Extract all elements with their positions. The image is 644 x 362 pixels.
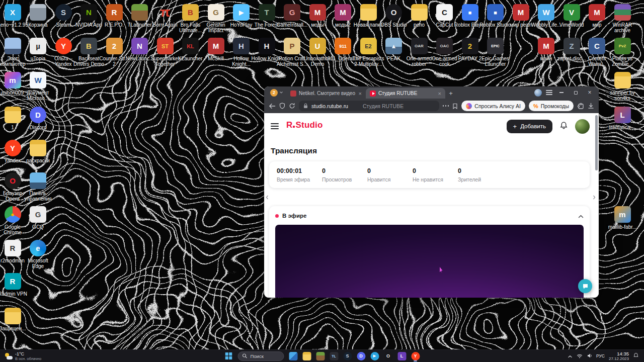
windows-logo-icon [225, 352, 232, 359]
tab-close-icon[interactable]: × [438, 90, 441, 97]
new-tab-button[interactable]: + [445, 88, 456, 99]
logo-studio: Studio [295, 120, 323, 130]
channel-avatar[interactable] [575, 119, 590, 134]
volume-icon[interactable] [587, 351, 592, 360]
refresh-icon[interactable] [289, 103, 295, 109]
desktop-icon-label: раскраски [22, 158, 55, 163]
taskbar-app-steam[interactable]: S [342, 350, 353, 361]
taskbar-app-widgets[interactable] [288, 350, 299, 361]
desktop-icon-image: 2 [106, 38, 123, 54]
desktop-icon-image: π [157, 4, 174, 21]
hidden-icons-chevron-icon[interactable] [568, 351, 573, 360]
window-close-button[interactable]: × [585, 87, 595, 98]
taskbar-app-file-explorer[interactable] [301, 350, 312, 361]
desktop-icon-image [131, 4, 148, 21]
browser-window: 2 Netikel. Смотрите видео × Студия RUTUB… [264, 86, 599, 298]
desktop-icon-image: ● [5, 206, 21, 223]
taskbar-app-obs[interactable]: O [383, 350, 394, 361]
desktop-icon[interactable]: PvZ Plants vs Zombie... [606, 38, 639, 67]
desktop-icon[interactable]: D Discord [22, 107, 55, 130]
desktop-icon[interactable]: Защищен... [0, 308, 29, 331]
desktop-icon[interactable]: WinRAR archive [606, 4, 639, 33]
taskbar-app-telegram[interactable]: ▶ [369, 350, 380, 361]
page-scrollbar[interactable] [595, 115, 598, 296]
start-button[interactable] [223, 350, 234, 361]
desktop-icon-image: N [80, 4, 97, 21]
desktop-icon[interactable]: Панель управления [22, 172, 55, 202]
browser-tab-rutube-studio[interactable]: Студия RUTUBE × [366, 88, 445, 99]
url-text: studio.rutube.ru [311, 103, 348, 109]
bookmark-flag-icon[interactable] [452, 103, 458, 109]
stats-scroll-left-icon[interactable] [266, 193, 269, 202]
weather-icon [5, 353, 13, 359]
browser-tab-netikel[interactable]: Netikel. Смотрите видео × [286, 88, 366, 99]
scrollbar-thumb[interactable] [595, 115, 598, 170]
desktop-icon[interactable]: R Radmin VPN [0, 273, 29, 297]
desktop-icon-image: 911 [335, 38, 351, 54]
url-bar[interactable]: studio.rutube.ru Студия RUTUBE [299, 101, 439, 111]
protect-shield-icon[interactable] [279, 103, 285, 109]
promo-codes-button[interactable]: % Промокоды [529, 101, 574, 111]
browser-menu-icon[interactable] [546, 90, 552, 95]
add-button[interactable]: + Добавить [507, 120, 552, 133]
rutube-favicon [370, 90, 376, 97]
desktop-icon[interactable]: G GCQ [22, 206, 55, 230]
taskbar-clock[interactable]: 14:35 27.12.2023 [609, 351, 629, 361]
tab-title: Netikel. Смотрите видео [299, 90, 356, 96]
desktop-icon-label: Plants vs Zombie... [606, 56, 639, 67]
extensions-puzzle-icon[interactable] [577, 103, 584, 110]
taskbar-app-minecraft[interactable] [315, 350, 326, 361]
wifi-icon[interactable] [577, 351, 583, 360]
stat-value: 0 [458, 167, 503, 174]
add-button-label: Добавить [520, 123, 546, 129]
taskbar-app-lunar-client[interactable]: L [396, 350, 408, 361]
window-minimize-button[interactable] [556, 87, 567, 98]
desktop-icon-image: М [335, 4, 351, 21]
desktop-icon-image: U [309, 38, 326, 54]
stat-label: Время эфира [277, 176, 322, 183]
stat-label: Нравится [367, 176, 413, 183]
desktop-icon[interactable]: раскраски [22, 140, 55, 163]
collapse-chevron-icon[interactable] [578, 211, 584, 220]
taskbar-app-discord[interactable]: D [356, 350, 367, 361]
chat-icon [582, 283, 589, 290]
feedback-fab-button[interactable] [578, 279, 592, 293]
desktop-icon[interactable]: W Документ Microso... [22, 72, 55, 101]
desktop-icon-image: М [538, 38, 554, 54]
desktop-icon-image: m [5, 72, 21, 88]
desktop-icon-image: O [5, 172, 21, 189]
taskbar-app-yandex-browser[interactable]: Y [410, 350, 421, 361]
rutube-studio-logo[interactable]: RStudio [286, 120, 323, 132]
stream-video-preview[interactable] [275, 225, 584, 298]
desktop-icon[interactable]: e Microsoft Edge [22, 240, 55, 269]
browser-user-avatar[interactable] [534, 89, 542, 97]
more-options-icon[interactable] [443, 105, 449, 107]
tab-close-icon[interactable]: × [359, 90, 362, 97]
notifications-bell-icon[interactable] [559, 121, 568, 132]
desktop-icon-image: N [131, 38, 148, 54]
desktop-icon-label: Защищен... [0, 326, 29, 331]
notification-center-icon[interactable] [633, 351, 639, 360]
hamburger-menu-icon[interactable] [271, 123, 279, 129]
stat-value: 00:00:01 [277, 167, 322, 174]
taskbar-search[interactable]: Поиск [238, 351, 284, 361]
desktop-icon[interactable]: m malilib-fabr... [606, 206, 639, 230]
taskbar-weather-widget[interactable]: -1°C В осн. облачно [0, 350, 46, 362]
desktop-icon[interactable]: EPIC Epic Games Launcher [479, 38, 512, 67]
ask-alice-button[interactable]: Спросить Алису AI [461, 101, 525, 111]
desktop-icon-image: Y [55, 38, 72, 54]
desktop-icon-label: Discord [22, 125, 55, 130]
window-maximize-button[interactable] [571, 87, 581, 98]
desktop-icon-image [614, 72, 631, 88]
browser-profile-button[interactable]: 2 [267, 86, 286, 99]
desktop-icon[interactable]: sannper by son4ks [606, 72, 639, 101]
language-indicator[interactable]: РУС [596, 353, 605, 358]
taskbar-app-tlauncher[interactable]: TL [329, 350, 340, 361]
desktop-icon-image: D [30, 107, 46, 123]
back-icon[interactable] [269, 103, 276, 109]
desktop-icon-label: Epic Games Launcher [479, 56, 512, 67]
stat-value: 0 [322, 167, 367, 174]
downloads-icon[interactable] [588, 103, 594, 109]
desktop-icon[interactable]: L litematica-... [606, 107, 639, 130]
stat-value: 0 [367, 167, 413, 174]
